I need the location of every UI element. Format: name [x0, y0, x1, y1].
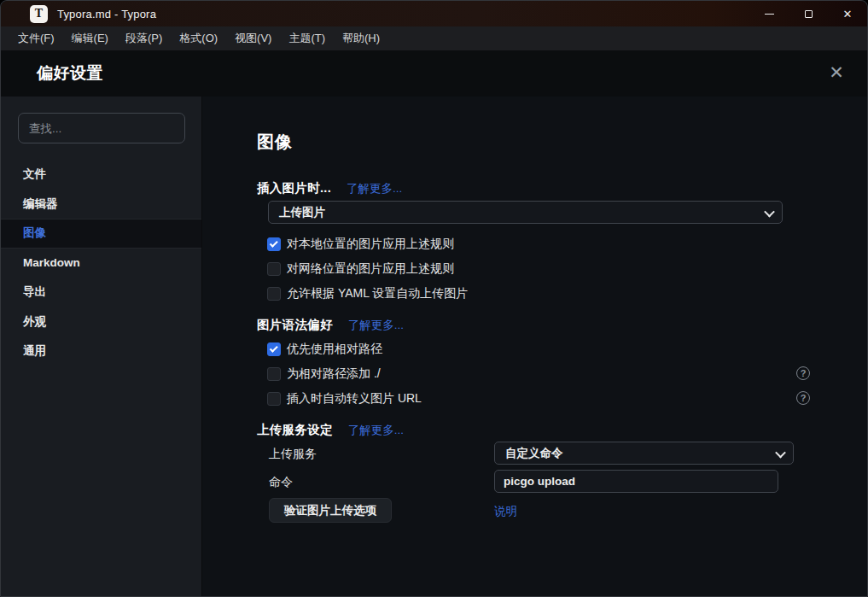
- instructions-link[interactable]: 说明: [494, 504, 517, 519]
- typora-app-icon: T: [30, 5, 48, 23]
- sidebar-item-label: Markdown: [23, 256, 80, 269]
- window-title: Typora.md - Typora: [57, 8, 156, 20]
- sidebar-item-label: 外观: [23, 314, 46, 330]
- menu-theme[interactable]: 主题(T): [280, 26, 334, 50]
- insert-image-section-header: 插入图片时... 了解更多...: [257, 180, 402, 196]
- preferences-title: 偏好设置: [37, 62, 103, 85]
- sidebar-item-markdown[interactable]: Markdown: [1, 249, 201, 278]
- menu-edit[interactable]: 编辑(E): [63, 26, 117, 50]
- close-icon: ✕: [843, 8, 853, 20]
- chevron-down-icon: [766, 209, 772, 216]
- checkbox-prefer-relative-path[interactable]: 优先使用相对路径: [267, 342, 382, 356]
- menu-bar: 文件(F) 编辑(E) 段落(P) 格式(O) 视图(V) 主题(T) 帮助(H…: [1, 26, 867, 50]
- check-icon: [269, 344, 277, 353]
- menu-format[interactable]: 格式(O): [171, 26, 226, 50]
- minimize-button[interactable]: [749, 1, 789, 26]
- image-syntax-section-header: 图片语法偏好 了解更多...: [257, 317, 404, 333]
- upload-service-select[interactable]: 自定义命令: [494, 442, 794, 465]
- close-button[interactable]: ✕: [828, 1, 867, 26]
- checkbox-label: 对网络位置的图片应用上述规则: [287, 261, 454, 277]
- sidebar-item-appearance[interactable]: 外观: [1, 307, 201, 337]
- section-title: 插入图片时...: [257, 180, 331, 196]
- checkbox-icon: [267, 237, 281, 251]
- checkbox-yaml-auto-upload[interactable]: 允许根据 YAML 设置自动上传图片: [267, 286, 468, 301]
- checkbox-label: 插入时自动转义图片 URL: [287, 391, 422, 407]
- insert-image-action-select[interactable]: 上传图片: [268, 201, 783, 224]
- preferences-close-icon[interactable]: ✕: [826, 62, 847, 83]
- sidebar-item-file[interactable]: 文件: [1, 160, 201, 190]
- check-icon: [269, 239, 277, 248]
- sidebar-item-label: 通用: [23, 343, 46, 359]
- checkbox-icon: [267, 342, 281, 356]
- checkbox-icon: [267, 367, 281, 381]
- learn-more-link[interactable]: 了解更多...: [348, 423, 404, 438]
- chevron-down-icon: [777, 450, 784, 457]
- upload-service-section-header: 上传服务设定 了解更多...: [257, 422, 404, 438]
- command-input[interactable]: [494, 470, 778, 493]
- checkbox-web-images[interactable]: 对网络位置的图片应用上述规则: [267, 261, 454, 276]
- sidebar-item-label: 编辑器: [23, 196, 58, 212]
- sidebar-item-label: 文件: [23, 167, 46, 182]
- window-controls: ✕: [749, 1, 867, 26]
- selected-option-label: 自定义命令: [505, 446, 563, 461]
- checkbox-label: 优先使用相对路径: [287, 342, 382, 357]
- menu-view[interactable]: 视图(V): [226, 26, 280, 50]
- checkbox-local-images[interactable]: 对本地位置的图片应用上述规则: [267, 237, 454, 251]
- learn-more-link[interactable]: 了解更多...: [348, 318, 404, 333]
- command-label: 命令: [269, 475, 293, 490]
- sidebar-nav: 文件 编辑器 图像 Markdown 导出 外观 通用: [1, 160, 201, 366]
- preferences-sidebar: 文件 编辑器 图像 Markdown 导出 外观 通用: [1, 97, 202, 596]
- maximize-icon: [805, 10, 813, 18]
- checkbox-label: 对本地位置的图片应用上述规则: [287, 237, 454, 252]
- checkbox-label: 允许根据 YAML 设置自动上传图片: [287, 286, 468, 301]
- menu-paragraph[interactable]: 段落(P): [117, 26, 171, 50]
- learn-more-link[interactable]: 了解更多...: [347, 181, 402, 196]
- validate-upload-button[interactable]: 验证图片上传选项: [269, 498, 392, 523]
- sidebar-item-image[interactable]: 图像: [1, 219, 201, 249]
- upload-service-label: 上传服务: [269, 447, 317, 462]
- help-icon[interactable]: ?: [796, 391, 810, 405]
- checkbox-add-dot-slash[interactable]: 为相对路径添加 ./: [267, 366, 381, 381]
- menu-file[interactable]: 文件(F): [9, 26, 63, 50]
- image-settings-panel: 图像 插入图片时... 了解更多... 上传图片 对本地位置的图片应用上述规则 …: [203, 97, 867, 596]
- sidebar-item-export[interactable]: 导出: [1, 278, 201, 307]
- preferences-header: 偏好设置 ✕: [1, 50, 867, 97]
- sidebar-item-label: 导出: [23, 284, 46, 300]
- typora-window: T Typora.md - Typora ✕ 文件(F) 编辑(E) 段落(P)…: [0, 0, 868, 597]
- maximize-button[interactable]: [789, 1, 828, 26]
- checkbox-icon: [267, 262, 281, 276]
- sidebar-item-label: 图像: [23, 225, 46, 241]
- selected-option-label: 上传图片: [279, 205, 325, 220]
- help-icon[interactable]: ?: [796, 366, 810, 380]
- section-title: 上传服务设定: [257, 422, 333, 438]
- search-input[interactable]: [18, 113, 185, 143]
- section-title: 图片语法偏好: [257, 317, 333, 333]
- menu-help[interactable]: 帮助(H): [334, 26, 388, 50]
- checkbox-label: 为相对路径添加 ./: [287, 366, 381, 382]
- sidebar-item-general[interactable]: 通用: [1, 337, 201, 366]
- page-title: 图像: [257, 131, 293, 154]
- minimize-icon: [765, 14, 774, 15]
- sidebar-item-editor[interactable]: 编辑器: [1, 190, 201, 219]
- checkbox-icon: [267, 287, 281, 301]
- checkbox-icon: [267, 392, 281, 406]
- checkbox-escape-image-url[interactable]: 插入时自动转义图片 URL: [267, 391, 422, 406]
- title-bar: T Typora.md - Typora ✕: [1, 1, 867, 26]
